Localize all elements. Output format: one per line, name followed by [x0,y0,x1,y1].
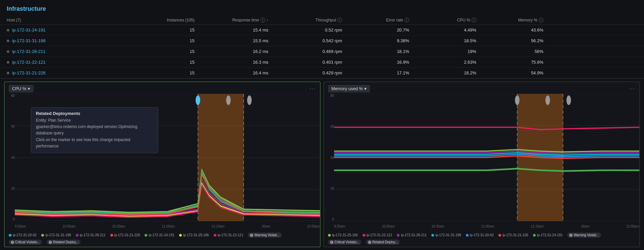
cpu-y-60: 60 [6,125,15,128]
error-rate-val-0: 20.7% [342,27,409,33]
cpu-critical-toggle-dot [11,241,14,244]
mem-legend-dot-red [498,234,501,237]
legend-item-mem-28-211: ip-172-31-28-211 [397,233,427,238]
throughput-val-3: 0.401 rpm [268,60,342,65]
host-dot-3 [7,61,9,64]
host-table: Host (7) Instances (105) Response time i… [0,16,644,79]
memory-dropdown-arrow: ▾ [364,86,367,91]
host-dot-2 [7,50,9,53]
mem-warning-toggle-dot [569,234,573,237]
memory-chart-legend: ip-172-31-25-186 ip-172-31-22-121 ip-172… [324,231,639,247]
cpu-chart-more-btn[interactable]: ··· [310,86,316,92]
legend-dot-red [110,234,113,237]
svg-point-9 [226,96,231,105]
host-cell-0[interactable]: ip-172-31-24-191 [7,27,134,33]
memory-chart-title: Memory used % [331,86,363,91]
mem-warning-toggle[interactable]: Warning Violati... [567,233,601,238]
mem-related-deploy-dot [368,241,371,244]
response-time-val-3: 16.3 ms [195,60,268,65]
cpu-chart-svg-container: Related Deployments Entity: Plan Service… [15,94,320,221]
cpu-y-0: 0 [6,217,15,221]
cpu-chart-header: CPU % ▾ ··· [5,82,320,94]
cpu-tooltip-title: Related Deployments [36,111,153,116]
host-name-0[interactable]: ip-172-31-24-191 [12,27,46,33]
cpu-y-80: 80 [6,94,15,98]
legend-item-cpu-21-226: ip-172-31-21-226 [110,233,140,238]
col-throughput: Throughput i [268,18,342,22]
response-time-info-icon[interactable]: i [261,18,265,22]
cpu-info-icon[interactable]: i [472,18,476,22]
response-time-val-0: 15.4 ms [195,27,268,33]
error-rate-val-2: 18.1% [342,49,409,54]
cpu-related-deploy-dot [49,241,52,244]
table-row: ip-172-31-24-191 15 15.4 ms 0.52 rpm 20.… [0,25,644,36]
host-name-4[interactable]: ip-172-31-21-226 [12,70,46,75]
svg-point-19 [515,96,520,105]
cpu-chart-title-btn[interactable]: CPU % ▾ [9,85,34,92]
response-time-val-2: 16.2 ms [195,49,268,54]
legend-item-cpu-20-62: ip-172-31-20-62 [9,233,37,238]
memory-chart-header: Memory used % ▾ ··· [324,82,639,94]
col-extra [543,18,637,22]
mem-x-1200: 12:00pm [626,225,639,228]
legend-item-mem-21-226: ip-172-31-21-226 [498,233,528,238]
mem-x-1100: 11:00am [481,225,494,228]
col-response-time: Response time i ↑ [195,18,268,22]
cpu-y-axis: 80 60 40 20 0 [5,94,15,221]
legend-dot-teal [145,234,147,237]
mem-critical-toggle[interactable]: Critical Violatio... [328,240,361,245]
response-time-val-4: 16.4 ms [195,70,268,75]
throughput-val-4: 0.429 rpm [268,70,342,75]
legend-item-cpu-28-211: ip-172-31-28-211 [76,233,106,238]
error-rate-val-1: 9.38% [342,38,409,43]
mem-critical-toggle-dot [330,241,333,244]
legend-dot-yellow [179,234,182,237]
col-memory: Memory % i [476,18,543,22]
host-cell-4[interactable]: ip-172-31-21-226 [7,70,134,75]
error-rate-info-icon[interactable]: i [405,18,409,22]
mem-x-1000: 10:00am [382,225,395,228]
cpu-tooltip-line2: gparker@telco.nrdemo.com deployed versio… [36,124,153,136]
cpu-chart-body: 80 60 40 20 0 [5,94,320,231]
cpu-tooltip-line1: Entity: Plan Service [36,117,153,124]
host-cell-3[interactable]: ip-172-31-22-121 [7,60,134,65]
cpu-chart-panel: CPU % ▾ ··· 80 60 40 20 0 [4,81,321,247]
memory-chart-title-btn[interactable]: Memory used % ▾ [328,85,370,92]
legend-item-cpu-22-121: ip-172-31-22-121 [214,233,244,238]
cpu-x-1200: 12:00pm [307,225,320,228]
cpu-x-1030: 10:30am [112,225,125,228]
cpu-critical-toggle[interactable]: Critical Violatio... [9,240,42,245]
response-time-val-1: 15.5 ms [195,38,268,43]
mem-x-1130: :30am [580,225,590,228]
mem-related-deploy-toggle[interactable]: Related Deploy... [366,240,400,245]
mem-legend-dot-green [328,234,331,237]
mem-legend-dot-cyan [431,234,434,237]
instances-val-2: 15 [134,49,195,54]
legend-item-mem-22-121: ip-172-31-22-121 [363,233,392,238]
host-name-3[interactable]: ip-172-31-22-121 [12,60,46,65]
mem-x-1030: 10:30am [431,225,444,228]
host-cell-2[interactable]: ip-172-31-28-211 [7,49,134,54]
legend-item-cpu-31-198: ip-172-31-31-198 [41,233,71,238]
cpu-x-1119: 11:19am [211,225,224,228]
host-cell-1[interactable]: ip-172-31-31-198 [7,38,134,43]
throughput-info-icon[interactable]: i [337,18,342,22]
svg-point-8 [196,96,200,105]
cpu-warning-toggle[interactable]: Warning Violati... [248,233,281,238]
cpu-x-1130: :30am [261,225,270,228]
cpu-chart-title: CPU % [12,86,26,91]
svg-point-21 [567,96,571,105]
host-name-2[interactable]: ip-172-31-28-211 [12,49,46,54]
cpu-related-deploy-toggle[interactable]: Related Deploy... [47,240,80,245]
mem-x-1119: 11:19am [531,225,544,228]
memory-chart-more-btn[interactable]: ··· [629,86,635,92]
cpu-x-1100: 11:00am [162,225,175,228]
throughput-val-0: 0.52 rpm [268,27,342,33]
mem-y-80: 80 [325,94,334,98]
mem-y-0: 0 [325,217,334,221]
host-name-1[interactable]: ip-172-31-31-198 [12,38,46,43]
memory-info-icon[interactable]: i [539,18,543,22]
cpu-val-3: 2.63% [409,60,476,65]
legend-item-mem-20-62: ip-172-31-20-62 [466,233,494,238]
instances-val-3: 15 [134,60,195,65]
